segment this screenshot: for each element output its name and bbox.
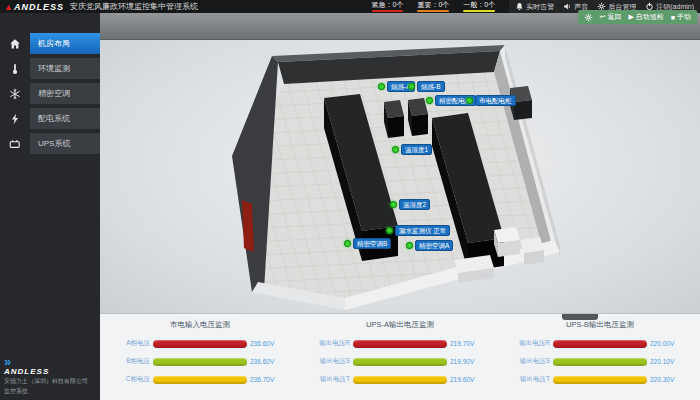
status-dot-icon [378, 83, 385, 90]
chart-row: A相电压 236.60V [108, 339, 292, 348]
bar-value: 220.10V [650, 358, 692, 365]
alarm-counter-major: 重要：0个 [417, 1, 449, 12]
chart-row: 输出电压R 220.00V [508, 339, 692, 348]
sensor-label-temp-humidity-1[interactable]: 温湿度1 [392, 144, 432, 155]
panel-collapse-handle[interactable] [562, 314, 598, 320]
bar-label: 输出电压S [308, 357, 350, 366]
chart-title: UPS-B输出电压监测 [508, 320, 692, 330]
voltage-bar [553, 358, 647, 366]
bar-label: 输出电压S [508, 357, 550, 366]
thermometer-icon [0, 58, 30, 79]
sidebar-item-label: 配电系统 [30, 108, 100, 129]
sidebar-item-precision-ac[interactable]: 精密空调 [0, 83, 100, 104]
speaker-icon [563, 2, 572, 11]
sensor-label-water-leak[interactable]: 漏水监测仪 正常 [386, 225, 450, 236]
sensor-label-precision-ac-b[interactable]: 精密空调B [344, 238, 391, 249]
status-dot-icon [344, 240, 351, 247]
back-button[interactable]: ↩ 返回 [600, 12, 622, 22]
chevrons-icon: » [4, 357, 96, 367]
lightning-icon [0, 108, 30, 129]
sidebar: 机房布局 环境监测 精密空调 配电系统 [0, 13, 100, 400]
sensor-label-text: 烟感-B [417, 81, 445, 92]
bar-value: 219.70V [450, 340, 492, 347]
white-box-front [498, 240, 520, 257]
sidebar-item-label: 环境监测 [30, 58, 100, 79]
alarm-counter-critical: 紧急：0个 [372, 1, 404, 12]
chart-row: C相电压 236.70V [108, 375, 292, 384]
bar-value: 236.70V [250, 376, 292, 383]
page-title: 安庆党风廉政环境监控集中管理系统 [70, 1, 198, 12]
cabinet-front [514, 100, 532, 120]
status-dot-icon [386, 227, 393, 234]
auto-patrol-label: 自动巡检 [636, 12, 664, 22]
status-dot-icon [392, 146, 399, 153]
gear-icon [584, 13, 593, 22]
manual-mode-label: 手动 [677, 12, 691, 22]
status-dot-icon [408, 83, 415, 90]
return-icon: ↩ [600, 13, 606, 21]
stop-icon: ■ [671, 14, 675, 21]
bar-label: C相电压 [108, 375, 150, 384]
sidebar-item-label: UPS系统 [30, 133, 100, 154]
sidebar-item-room-layout[interactable]: 机房布局 [0, 33, 100, 54]
bar-label: B相电压 [108, 357, 150, 366]
bar-value: 220.30V [650, 376, 692, 383]
battery-icon [0, 133, 30, 154]
auto-patrol-button[interactable]: ▶ 自动巡检 [628, 12, 663, 22]
sidebar-footer: » ANDLESS 安德力士（深圳）科技有限公司 监控系统 [0, 357, 100, 396]
footer-logo: ANDLESS [4, 367, 96, 376]
bar-value: 220.00V [650, 340, 692, 347]
alarm-critical-label: 紧急：0个 [372, 1, 404, 9]
small-cabinet-front [388, 116, 404, 138]
bell-icon [515, 2, 524, 11]
chart-row: 输出电压T 220.30V [508, 375, 692, 384]
chart-row: 输出电压T 219.60V [308, 375, 492, 384]
sidebar-item-environment[interactable]: 环境监测 [0, 58, 100, 79]
manual-mode-button[interactable]: ■ 手动 [671, 12, 691, 22]
voltage-bar [153, 358, 247, 366]
realtime-alarm-button[interactable]: 实时告警 [515, 2, 554, 12]
alarm-counter-minor: 一般：0个 [463, 1, 495, 12]
sensor-label-text: 精密空调A [415, 240, 453, 251]
alarm-minor-label: 一般：0个 [463, 1, 495, 9]
voltage-bar [353, 376, 447, 384]
voltage-bar [353, 340, 447, 348]
bar-value: 236.60V [250, 358, 292, 365]
sensor-label-mains-pdu[interactable]: 市电配电柜 [466, 95, 516, 106]
company-name: 安德力士（深圳）科技有限公司 [4, 377, 96, 386]
bar-value: 236.60V [250, 340, 292, 347]
bar-label: 输出电压T [308, 375, 350, 384]
voltage-bar [553, 376, 647, 384]
back-label: 返回 [607, 12, 621, 22]
alarm-critical-bar [372, 10, 404, 12]
sidebar-item-label: 精密空调 [30, 83, 100, 104]
bar-label: 输出电压R [508, 339, 550, 348]
bar-label: 输出电压T [508, 375, 550, 384]
sidebar-item-label: 机房布局 [30, 33, 100, 54]
sensor-label-text: 精密空调B [353, 238, 391, 249]
bar-value: 219.60V [450, 376, 492, 383]
sensor-label-smoke-b[interactable]: 烟感-B [408, 81, 445, 92]
bar-value: 219.90V [450, 358, 492, 365]
realtime-alarm-label: 实时告警 [526, 2, 554, 12]
alarm-major-bar [417, 10, 449, 12]
scene-settings-button[interactable] [584, 13, 593, 22]
sensor-label-text: 漏水监测仪 正常 [395, 225, 450, 236]
chart-row: B相电压 236.60V [108, 357, 292, 366]
bar-label: 输出电压R [308, 339, 350, 348]
voltage-bar [153, 376, 247, 384]
sidebar-item-ups-system[interactable]: UPS系统 [0, 133, 100, 154]
status-dot-icon [390, 201, 397, 208]
voltage-bar [353, 358, 447, 366]
voltage-bar [153, 340, 247, 348]
sensor-label-precision-ac-a[interactable]: 精密空调A [406, 240, 453, 251]
voltage-charts-bar: 市电输入电压监测 A相电压 236.60V B相电压 236.60V C相电压 … [100, 313, 700, 400]
voltage-bar [553, 340, 647, 348]
footer-subtitle: 监控系统 [4, 387, 96, 396]
sensor-label-temp-humidity-2[interactable]: 温湿度2 [390, 199, 430, 210]
sidebar-item-power-distribution[interactable]: 配电系统 [0, 108, 100, 129]
chart-row: 输出电压S 220.10V [508, 357, 692, 366]
alarm-minor-bar [463, 10, 495, 12]
snowflake-icon [0, 83, 30, 104]
small-cabinet-front [412, 114, 428, 136]
